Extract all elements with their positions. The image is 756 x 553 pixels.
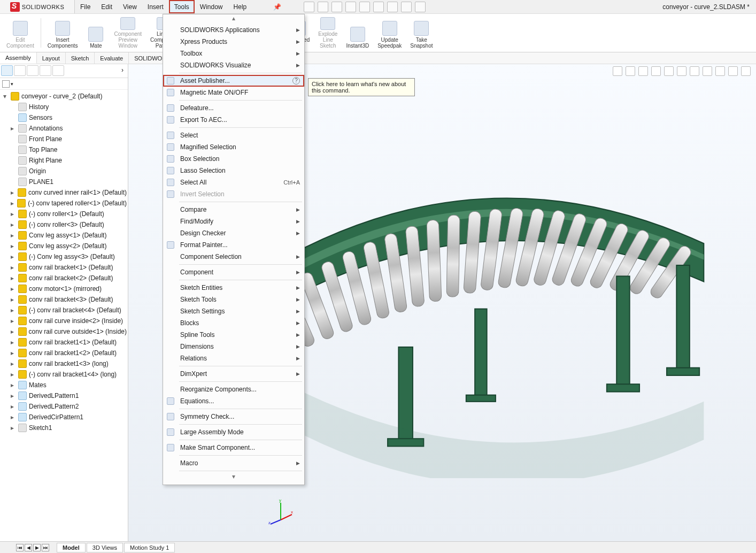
rebuild-icon[interactable] bbox=[387, 2, 398, 12]
prev-view-icon[interactable] bbox=[638, 66, 648, 76]
tree-node[interactable]: ▸(-) conv rail bracket<4> (Default) bbox=[1, 305, 127, 316]
tab-prev-icon[interactable]: ◀ bbox=[25, 544, 32, 551]
settings-gear-icon[interactable] bbox=[415, 2, 426, 12]
save-icon[interactable] bbox=[331, 2, 342, 12]
menu-item-lasso-selection[interactable]: Lasso Selection bbox=[163, 165, 304, 176]
tree-node[interactable]: ▸(-) conv tapered roller<1> (Default) bbox=[1, 198, 127, 209]
help-icon[interactable]: ? bbox=[292, 77, 300, 85]
menu-item-dimensions[interactable]: Dimensions▶ bbox=[163, 341, 304, 352]
menu-item-reorganize-components[interactable]: Reorganize Components... bbox=[163, 383, 304, 395]
menu-scroll-down-icon[interactable]: ▾ bbox=[163, 473, 304, 482]
feature-tree-tab-icon[interactable] bbox=[1, 65, 13, 76]
menu-item-sketch-entities[interactable]: Sketch Entities▶ bbox=[163, 282, 304, 294]
bottom-tab-motion-study-1[interactable]: Motion Study 1 bbox=[124, 543, 175, 552]
zoom-fit-icon[interactable] bbox=[613, 66, 622, 76]
menu-file[interactable]: File bbox=[75, 0, 96, 13]
tree-node[interactable]: History bbox=[1, 102, 127, 112]
cmdtab-evaluate[interactable]: Evaluate bbox=[95, 52, 129, 64]
apply-scene-icon[interactable] bbox=[715, 66, 725, 76]
menu-item-relations[interactable]: Relations▶ bbox=[163, 352, 304, 364]
tree-node[interactable]: ▸conv motor<1> (mirrored) bbox=[1, 283, 127, 294]
tab-last-icon[interactable]: ⏭ bbox=[42, 544, 49, 551]
menu-item-box-selection[interactable]: Box Selection bbox=[163, 153, 304, 165]
tree-node[interactable]: Right Plane bbox=[1, 155, 127, 166]
filter-dropdown-icon[interactable]: ▾ bbox=[11, 81, 13, 87]
menu-item-solidworks-visualize[interactable]: SOLIDWORKS Visualize▶ bbox=[163, 59, 304, 71]
whats-new-tooltip[interactable]: Click here to learn what's new about thi… bbox=[308, 78, 415, 96]
menu-insert[interactable]: Insert bbox=[142, 0, 169, 13]
menu-item-defeature[interactable]: Defeature... bbox=[163, 102, 304, 114]
menu-item-component-selection[interactable]: Component Selection▶ bbox=[163, 251, 304, 263]
menu-item-toolbox[interactable]: Toolbox▶ bbox=[163, 48, 304, 59]
undo-icon[interactable] bbox=[359, 2, 370, 12]
tree-node[interactable]: ▸conv rail bracket1<1> (Default) bbox=[1, 337, 127, 348]
open-doc-icon[interactable] bbox=[318, 2, 328, 12]
menu-item-solidworks-applications[interactable]: SOLIDWORKS Applications▶ bbox=[163, 24, 304, 36]
tree-node[interactable]: ▸conv rail bracket<1> (Default) bbox=[1, 262, 127, 273]
dimxpert-tab-icon[interactable] bbox=[40, 65, 51, 76]
panel-flyout-icon[interactable]: › bbox=[118, 65, 127, 76]
menu-item-compare[interactable]: Compare▶ bbox=[163, 204, 304, 216]
tree-node[interactable]: ▸DerivedLPattern2 bbox=[1, 401, 127, 412]
bottom-tab-3d-views[interactable]: 3D Views bbox=[87, 543, 123, 552]
select-mode-icon[interactable] bbox=[373, 2, 384, 12]
menu-item-spline-tools[interactable]: Spline Tools▶ bbox=[163, 329, 304, 341]
cmdtab-layout[interactable]: Layout bbox=[37, 52, 66, 64]
menu-item-equations[interactable]: Equations... bbox=[163, 395, 304, 407]
ribbon-insert-components[interactable]: InsertComponents bbox=[44, 16, 81, 50]
menu-item-format-painter[interactable]: Format Painter... bbox=[163, 239, 304, 251]
print-icon[interactable] bbox=[345, 2, 356, 12]
tree-node[interactable]: ▸conv rail bracket<2> (Default) bbox=[1, 273, 127, 283]
ribbon-update-speedpak[interactable]: UpdateSpeedpak bbox=[374, 16, 405, 50]
menu-item-export-to-aec[interactable]: Export To AEC... bbox=[163, 114, 304, 126]
menu-item-magnified-selection[interactable]: Magnified Selection bbox=[163, 141, 304, 153]
tree-node[interactable]: ▸conv rail bracket<3> (Default) bbox=[1, 294, 127, 305]
tree-node[interactable]: ▸(-) conv rail bracket1<4> (long) bbox=[1, 369, 127, 380]
viewport-dropdown-icon[interactable] bbox=[741, 66, 751, 76]
ribbon-instant3d[interactable]: Instant3D bbox=[343, 16, 372, 50]
menu-item-select-all[interactable]: Select AllCtrl+A bbox=[163, 176, 304, 188]
tree-node[interactable]: Front Plane bbox=[1, 134, 127, 144]
menu-item-xpress-products[interactable]: Xpress Products▶ bbox=[163, 36, 304, 48]
menu-item-sketch-tools[interactable]: Sketch Tools▶ bbox=[163, 294, 304, 305]
tree-node[interactable]: ▸DerivedCirPattern1 bbox=[1, 412, 127, 423]
tree-node[interactable]: Origin bbox=[1, 166, 127, 176]
menu-item-find-modify[interactable]: Find/Modify▶ bbox=[163, 216, 304, 227]
menu-item-select[interactable]: Select bbox=[163, 129, 304, 141]
tree-node[interactable]: PLANE1 bbox=[1, 176, 127, 187]
menu-item-large-assembly-mode[interactable]: Large Assembly Mode bbox=[163, 426, 304, 438]
menu-item-magnetic-mate-on-off[interactable]: Magnetic Mate ON/OFF bbox=[163, 87, 304, 98]
tab-next-icon[interactable]: ▶ bbox=[33, 544, 41, 551]
menu-item-dimxpert[interactable]: DimXpert▶ bbox=[163, 368, 304, 380]
ribbon-mate[interactable]: Mate bbox=[83, 16, 109, 50]
view-settings-icon[interactable] bbox=[728, 66, 738, 76]
tab-first-icon[interactable]: ⏮ bbox=[16, 544, 24, 551]
menu-tools[interactable]: Tools bbox=[169, 0, 195, 13]
tree-node[interactable]: ▸(-) Conv leg assy<3> (Default) bbox=[1, 251, 127, 262]
filter-funnel-icon[interactable] bbox=[2, 80, 10, 88]
menu-item-make-smart-component[interactable]: Make Smart Component... bbox=[163, 442, 304, 454]
cmdtab-sketch[interactable]: Sketch bbox=[66, 52, 95, 64]
bottom-tab-model[interactable]: Model bbox=[57, 543, 86, 552]
menu-item-component[interactable]: Component▶ bbox=[163, 266, 304, 278]
display-style-icon[interactable] bbox=[677, 66, 686, 76]
tree-node[interactable]: ▸Conv leg assy<2> (Default) bbox=[1, 241, 127, 251]
menu-scroll-up-icon[interactable]: ▴ bbox=[163, 14, 304, 24]
zoom-area-icon[interactable] bbox=[626, 66, 635, 76]
tree-node[interactable]: ▸DerivedLPattern1 bbox=[1, 390, 127, 401]
tree-node[interactable]: ▸conv curved inner rail<1> (Default) bbox=[1, 187, 127, 198]
pin-icon[interactable]: 📌 bbox=[273, 3, 281, 11]
property-manager-tab-icon[interactable] bbox=[14, 65, 26, 76]
tree-node[interactable]: ▸Annotations bbox=[1, 123, 127, 134]
menu-item-design-checker[interactable]: Design Checker▶ bbox=[163, 227, 304, 239]
tree-node[interactable]: ▸conv rail curve inside<2> (Inside) bbox=[1, 316, 127, 326]
tree-node[interactable]: ▸conv rail curve outside<1> (Inside) bbox=[1, 326, 127, 337]
menu-item-sketch-settings[interactable]: Sketch Settings▶ bbox=[163, 305, 304, 317]
view-orient-icon[interactable] bbox=[664, 66, 674, 76]
tree-node[interactable]: ▸(-) conv roller<3> (Default) bbox=[1, 219, 127, 230]
tree-node[interactable]: ▸conv rail bracket1<2> (Default) bbox=[1, 348, 127, 358]
tree-node[interactable]: Top Plane bbox=[1, 144, 127, 155]
tree-node[interactable]: ▸Conv leg assy<1> (Default) bbox=[1, 230, 127, 241]
tree-node[interactable]: Sensors bbox=[1, 112, 127, 123]
tree-node[interactable]: ▸conv rail bracket1<3> (long) bbox=[1, 358, 127, 369]
